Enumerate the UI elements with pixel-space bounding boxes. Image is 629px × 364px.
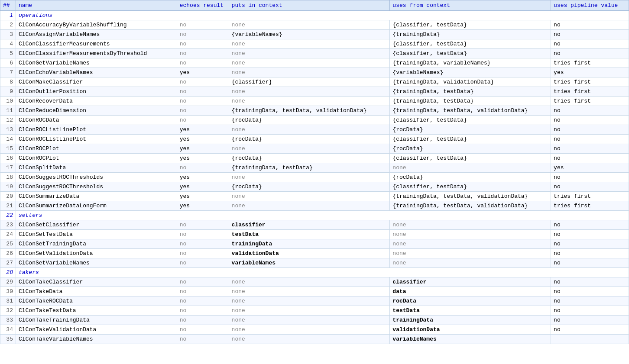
row-echoes: yes xyxy=(177,201,229,211)
row-echoes: yes xyxy=(177,68,229,77)
row-pipeline: no xyxy=(551,239,629,249)
row-pipeline: no xyxy=(551,249,629,258)
row-puts: {rocData} xyxy=(229,116,390,125)
row-pipeline: no xyxy=(551,30,629,39)
table-row: 10 ClConRecoverData no none {trainingDat… xyxy=(0,97,629,106)
row-pipeline: no xyxy=(551,182,629,192)
row-name: ClConGetVariableNames xyxy=(16,58,177,68)
row-uses: none xyxy=(390,220,551,230)
row-echoes: no xyxy=(177,277,229,287)
row-puts: none xyxy=(229,192,390,201)
row-echoes: no xyxy=(177,239,229,249)
row-name: ClConTakeTestData xyxy=(16,306,177,316)
header-num: ## xyxy=(0,0,16,11)
table-row: 16 ClConROCPlot yes {rocData} {classifie… xyxy=(0,154,629,163)
row-pipeline: no xyxy=(551,287,629,296)
row-echoes: yes xyxy=(177,135,229,144)
row-num: 33 xyxy=(0,316,16,325)
table-row: 9 ClConOutlierPosition no none {training… xyxy=(0,87,629,97)
row-uses: none xyxy=(390,163,551,173)
row-name: ClConSetValidationData xyxy=(16,249,177,258)
row-uses: {classifier, testData} xyxy=(390,135,551,144)
row-uses: {trainingData, validationData} xyxy=(390,77,551,87)
row-name: ClConSetTrainingData xyxy=(16,239,177,249)
row-puts: none xyxy=(229,277,390,287)
row-num: 17 xyxy=(0,163,16,173)
row-puts: {trainingData, testData} xyxy=(229,163,390,173)
table-row: 3 ClConAssignVariableNames no {variableN… xyxy=(0,30,629,39)
row-uses: {trainingData, testData, validationData} xyxy=(390,201,551,211)
row-pipeline: tries first xyxy=(551,201,629,211)
row-pipeline: tries first xyxy=(551,58,629,68)
row-num: 6 xyxy=(0,58,16,68)
table-row: 11 ClConReduceDimension no {trainingData… xyxy=(0,106,629,116)
row-uses: {trainingData} xyxy=(390,30,551,39)
row-name: ClConTakeClassifier xyxy=(16,277,177,287)
row-pipeline: no xyxy=(551,230,629,239)
row-echoes: no xyxy=(177,77,229,87)
row-pipeline: no xyxy=(551,106,629,116)
row-num: 13 xyxy=(0,125,16,135)
row-name: ClConTakeData xyxy=(16,287,177,296)
row-pipeline: no xyxy=(551,296,629,306)
row-puts: none xyxy=(229,325,390,335)
table-row: 29 ClConTakeClassifier no none classifie… xyxy=(0,277,629,287)
row-echoes: no xyxy=(177,316,229,325)
header-name: name xyxy=(16,0,177,11)
row-echoes: no xyxy=(177,258,229,268)
row-num: 9 xyxy=(0,87,16,97)
row-name: ClConAccuracyByVariableShuffling xyxy=(16,20,177,30)
main-table: ## name echoes result puts in context us… xyxy=(0,0,629,344)
row-num: 7 xyxy=(0,68,16,77)
table-row: 7 ClConEchoVariableNames yes none {varia… xyxy=(0,68,629,77)
row-uses: {classifier, testData} xyxy=(390,154,551,163)
row-num: 12 xyxy=(0,116,16,125)
row-puts: {rocData} xyxy=(229,182,390,192)
row-puts: none xyxy=(229,58,390,68)
table-row: 34 ClConTakeValidationData no none valid… xyxy=(0,325,629,335)
row-num: 22 xyxy=(0,211,16,220)
row-num: 1 xyxy=(0,11,16,20)
row-pipeline: no xyxy=(551,220,629,230)
table-body: 1 operations 2 ClConAccuracyByVariableSh… xyxy=(0,11,629,344)
row-num: 30 xyxy=(0,287,16,296)
table-row: 24 ClConSetTestData no testData none no xyxy=(0,230,629,239)
row-puts: none xyxy=(229,201,390,211)
row-echoes: no xyxy=(177,20,229,30)
row-echoes: no xyxy=(177,58,229,68)
row-pipeline: no xyxy=(551,325,629,335)
row-uses: {variableNames} xyxy=(390,68,551,77)
row-name: ClConSetVariableNames xyxy=(16,258,177,268)
row-uses: {rocData} xyxy=(390,125,551,135)
table-row: 1 operations xyxy=(0,11,629,20)
header-echoes: echoes result xyxy=(177,0,229,11)
row-name: ClConROCPlot xyxy=(16,144,177,154)
row-echoes: yes xyxy=(177,125,229,135)
row-echoes: no xyxy=(177,163,229,173)
row-uses: none xyxy=(390,230,551,239)
table-row: 30 ClConTakeData no none data no xyxy=(0,287,629,296)
row-pipeline: no xyxy=(551,258,629,268)
row-name: ClConSuggestROCThresholds xyxy=(16,173,177,182)
row-pipeline: no xyxy=(551,49,629,58)
row-name: ClConROCListLinePlot xyxy=(16,135,177,144)
row-uses: variableNames xyxy=(390,335,551,344)
row-echoes: no xyxy=(177,87,229,97)
row-puts: variableNames xyxy=(229,258,390,268)
table-row: 19 ClConSuggestROCThresholds yes {rocDat… xyxy=(0,182,629,192)
row-name: ClConROCData xyxy=(16,116,177,125)
row-num: 11 xyxy=(0,106,16,116)
row-num: 19 xyxy=(0,182,16,192)
row-name: ClConClassifierMeasurementsByThreshold xyxy=(16,49,177,58)
row-name: ClConTakeValidationData xyxy=(16,325,177,335)
row-name: ClConEchoVariableNames xyxy=(16,68,177,77)
row-echoes: yes xyxy=(177,192,229,201)
row-name: ClConTakeVariableNames xyxy=(16,335,177,344)
row-name: ClConROCListLinePlot xyxy=(16,125,177,135)
row-name: ClConReduceDimension xyxy=(16,106,177,116)
row-uses: {trainingData, testData} xyxy=(390,97,551,106)
row-puts: none xyxy=(229,49,390,58)
row-pipeline: tries first xyxy=(551,192,629,201)
table-row: 2 ClConAccuracyByVariableShuffling no no… xyxy=(0,20,629,30)
row-name: ClConTakeROCData xyxy=(16,296,177,306)
